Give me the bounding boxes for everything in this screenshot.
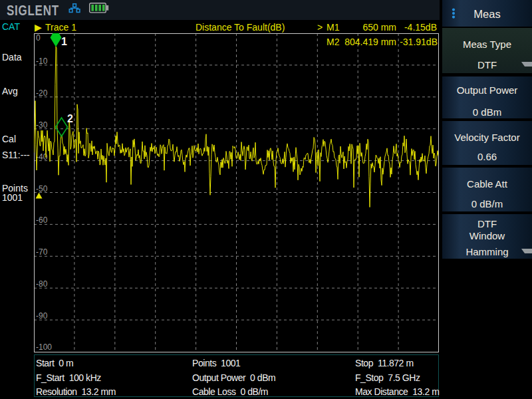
svg-text:-80: -80 <box>36 279 48 289</box>
svg-text:2: 2 <box>67 113 73 124</box>
svg-text:-31.91dB: -31.91dB <box>400 37 438 47</box>
svg-text:-30: -30 <box>36 120 48 130</box>
svg-text:0: 0 <box>36 33 41 43</box>
svg-text:-50: -50 <box>36 184 48 194</box>
svg-text:-90: -90 <box>36 311 48 321</box>
svg-text:M2: M2 <box>327 37 340 47</box>
svg-text:-20: -20 <box>36 88 48 98</box>
svg-text:804.419 mm: 804.419 mm <box>344 37 396 47</box>
svg-text:1: 1 <box>61 36 67 47</box>
svg-text:-100: -100 <box>36 342 52 352</box>
svg-text:-60: -60 <box>36 215 48 225</box>
svg-text:-10: -10 <box>36 57 48 66</box>
svg-text:-70: -70 <box>36 247 48 257</box>
